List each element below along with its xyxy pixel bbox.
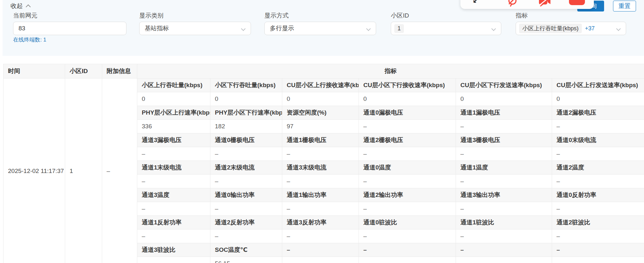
metric-name-cell: CU层小区下行发送速率(kbps) [456, 79, 552, 92]
metric-value-cell: – [210, 147, 282, 161]
metric-value-cell: – [137, 202, 210, 216]
metric-value-cell: – [359, 147, 456, 161]
metric-value-cell: – [282, 202, 359, 216]
metric-name-cell: 通道3栅极电压 [456, 133, 552, 147]
filter-panel: 收起 当前网元 83 显示类别 基站指标 显示方式 多行显示 [3, 0, 644, 56]
metric-name-cell: 通道1栅极电压 [282, 133, 359, 147]
metric-name-cell: – [456, 243, 552, 257]
metric-name-cell: 通道1驻波比 [456, 216, 552, 229]
metric-value-cell: – [137, 229, 210, 243]
metric-value-cell: – [137, 147, 210, 161]
metric-name-cell: 通道3温度 [137, 188, 210, 202]
pointer-disabled-icon[interactable] [508, 0, 517, 7]
metric-value-row: 33618297––– [137, 120, 644, 133]
field-current-ne: 当前网元 83 [13, 11, 126, 35]
reset-button[interactable]: 重置 [613, 1, 636, 11]
metric-name-cell: 通道1输出功率 [282, 188, 359, 202]
metric-value-cell: 0 [456, 92, 552, 106]
col-header-time: 时间 [4, 64, 65, 78]
metric-name-cell: CU层小区上行发送速率(kbps) [552, 79, 644, 92]
metric-name-cell: 通道1漏极电压 [456, 106, 552, 120]
metric-name-cell: 通道2栅极电压 [359, 133, 456, 147]
metric-value-cell: – [456, 257, 552, 263]
metric-name-cell: – [282, 243, 359, 257]
camera-off-icon[interactable] [538, 0, 552, 6]
table-body: 2025-12-02 11:17:37 1 – 小区上行吞吐量(kbps)小区下… [4, 79, 644, 263]
metric-name-cell: 通道2输出功率 [359, 188, 456, 202]
metric-value-cell: – [552, 229, 644, 243]
display-category-select[interactable]: 基站指标 [139, 22, 251, 35]
metric-name-cell: 通道0温度 [359, 161, 456, 175]
metric-name-cell: – [552, 243, 644, 257]
display-mode-select[interactable]: 多行显示 [264, 22, 376, 35]
metric-name-cell: PHY层小区下行速率(kbps) [210, 106, 282, 120]
selected-tag: 小区上行吞吐量(kbps) [519, 24, 582, 33]
metric-name-cell: 通道0漏极电压 [359, 106, 456, 120]
metric-value-cell: – [359, 229, 456, 243]
metric-value-cell: – [282, 147, 359, 161]
metric-value-cell: 97 [282, 120, 359, 133]
metric-value-cell: 0 [359, 92, 456, 106]
field-metric: 指标 小区上行吞吐量(kbps) +37 [516, 11, 626, 35]
metric-value-cell: – [552, 257, 644, 263]
table-header-row: 时间 小区ID 附加信息 指标 [4, 64, 644, 79]
chevron-down-icon [491, 26, 496, 31]
metric-name-cell: CU层小区上行接收速率(kbps) [282, 79, 359, 92]
metric-select[interactable]: 小区上行吞吐量(kbps) +37 [516, 22, 626, 35]
field-label: 指标 [516, 11, 626, 20]
cell-id-select[interactable]: 1 [391, 22, 501, 35]
input-value: 83 [19, 25, 25, 32]
metric-name-cell: 通道2漏极电压 [552, 106, 644, 120]
select-value: 多行显示 [270, 24, 294, 33]
metric-value-cell: – [359, 202, 456, 216]
metric-value-cell: 56.15 [210, 257, 282, 263]
metric-value-cell: 182 [210, 120, 282, 133]
record-stop-icon[interactable] [569, 0, 585, 5]
metric-value-cell: – [456, 229, 552, 243]
metric-value-cell: 336 [137, 120, 210, 133]
metric-name-cell: 通道0末级电流 [552, 133, 644, 147]
metric-value-cell: – [210, 202, 282, 216]
metric-label-row: 通道3驻波比SOC温度℃–––– [137, 243, 644, 257]
chevron-up-icon [26, 4, 31, 9]
metric-label-row: PHY层小区上行速率(kbps)PHY层小区下行速率(kbps)资源空闲度(%)… [137, 106, 644, 120]
metric-name-cell: 通道2驻波比 [552, 216, 644, 229]
more-tags-count[interactable]: +37 [585, 25, 595, 32]
chevron-down-icon [616, 26, 621, 31]
metric-rows-container: 小区上行吞吐量(kbps)小区下行吞吐量(kbps)CU层小区上行接收速率(kb… [137, 79, 644, 263]
collapse-toggle[interactable]: 收起 [11, 2, 31, 10]
metric-value-row: 000000 [137, 92, 644, 106]
time-cell: 2025-12-02 11:17:37 [4, 79, 65, 263]
field-label: 小区ID [391, 11, 501, 20]
metric-value-cell: – [552, 120, 644, 133]
metric-name-cell: 通道2反射功率 [210, 216, 282, 229]
selected-tag: 1 [394, 24, 404, 33]
metric-value-cell: 0 [210, 92, 282, 106]
metric-value-cell: – [137, 175, 210, 188]
metric-name-cell: 资源空闲度(%) [282, 106, 359, 120]
online-terminals-link[interactable]: 在线终端数: 1 [13, 36, 46, 43]
metric-name-cell: 通道3末级电流 [282, 161, 359, 175]
cell-id-cell: 1 [65, 79, 102, 263]
current-ne-input[interactable]: 83 [13, 22, 126, 35]
metric-value-cell: 0 [282, 92, 359, 106]
field-cell-id: 小区ID 1 [391, 11, 501, 35]
metric-name-cell: 通道0驻波比 [359, 216, 456, 229]
metric-value-cell: – [552, 147, 644, 161]
col-header-metric-group: 指标 [137, 64, 644, 78]
metric-value-cell: – [359, 257, 456, 263]
metric-name-cell: 小区上行吞吐量(kbps) [137, 79, 210, 92]
field-display-mode: 显示方式 多行显示 [264, 11, 376, 35]
metric-value-cell: – [552, 202, 644, 216]
metric-name-cell: 通道1末级电流 [137, 161, 210, 175]
metric-name-cell: 通道0反射功率 [552, 188, 644, 202]
metric-value-row: –––––– [137, 229, 644, 243]
metric-value-cell: – [456, 120, 552, 133]
metric-label-row: 通道3漏极电压通道0栅极电压通道1栅极电压通道2栅极电压通道3栅极电压通道0末级… [137, 133, 644, 147]
metric-name-cell: – [359, 243, 456, 257]
metric-label-row: 通道1反射功率通道2反射功率通道3反射功率通道0驻波比通道1驻波比通道2驻波比 [137, 216, 644, 229]
field-label: 当前网元 [13, 11, 126, 20]
arrow-down-left-icon[interactable]: ↙ [473, 0, 479, 5]
metric-label-row: 小区上行吞吐量(kbps)小区下行吞吐量(kbps)CU层小区上行接收速率(kb… [137, 79, 644, 92]
select-value: 基站指标 [145, 24, 169, 33]
